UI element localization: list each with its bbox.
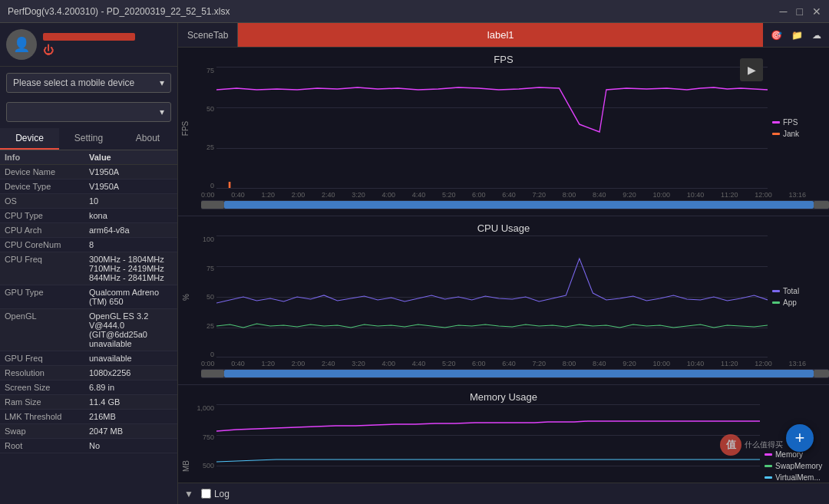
cpu-chart-inner: 100 75 50 25 0 (193, 236, 768, 358)
info-row: CPU Freq 300MHz - 1804MHz710MHz - 2419MH… (0, 252, 177, 285)
fps-legend: FPS Jank (768, 67, 829, 189)
memory-chart-title: Memory Usage (178, 388, 829, 404)
arrow-down-icon[interactable]: ▼ (184, 489, 193, 499)
tabs-bar: Device Setting About (0, 128, 177, 150)
maximize-button[interactable]: □ (797, 5, 803, 18)
right-panel: SceneTab label1 🎯 📁 ☁ ▶ FPS FPS 75 (178, 23, 829, 504)
info-row: CPU Arch arm64-v8a (0, 223, 177, 238)
info-row: Swap 2047 MB (0, 424, 177, 439)
scene-label1: label1 (238, 23, 763, 47)
memory-legend-swap: SwapMemory (765, 462, 824, 470)
svg-rect-0 (229, 182, 231, 188)
watermark-text: 什么值得买 (745, 440, 783, 450)
titlebar-controls: ─ □ ✕ (780, 5, 821, 18)
tab-setting[interactable]: Setting (59, 128, 118, 150)
app-search-bar[interactable]: ▾ (6, 102, 171, 122)
memory-chart-inner: 1,000 750 500 250 0 (193, 404, 760, 483)
profile-area: 👤 ⏻ (0, 23, 177, 67)
scene-bar: SceneTab label1 🎯 📁 ☁ (178, 23, 829, 48)
top-icons: 🎯 📁 ☁ (763, 30, 829, 41)
fps-svg (216, 67, 768, 189)
memory-y-label: MB (178, 404, 193, 483)
titlebar: PerfDog(v3.4.200310) - PD_20200319_22_52… (0, 0, 829, 23)
cpu-y-ticks: 100 75 50 25 0 (193, 236, 216, 358)
cpu-legend: Total App (768, 236, 829, 358)
cpu-chart-container: CPU Usage % 100 75 50 25 0 (178, 216, 829, 385)
memory-legend-virtual: VirtualMem... (765, 473, 824, 482)
fps-chart-wrap: FPS 75 50 25 0 (178, 67, 829, 189)
info-row: OpenGL OpenGL ES 3.2 V@444.0 (GIT@6dd25a… (0, 309, 177, 351)
chevron-down-icon: ▾ (160, 107, 164, 117)
info-row: Ram Size 11.4 GB (0, 395, 177, 410)
folder-icon[interactable]: 📁 (791, 30, 803, 41)
info-row: OS 10 (0, 194, 177, 209)
info-table: Info Value Device Name V1950A Device Typ… (0, 150, 177, 504)
cpu-scrollbar-thumb-right[interactable] (814, 370, 829, 377)
cpu-svg (216, 236, 768, 358)
avatar: 👤 (6, 29, 37, 60)
cpu-scrollbar[interactable] (201, 369, 829, 378)
log-checkbox-input[interactable] (201, 489, 211, 499)
log-checkbox[interactable]: Log (201, 489, 230, 499)
watermark-icon: 值 (720, 434, 741, 456)
scene-tab-label: SceneTab (178, 23, 238, 47)
fps-scrollbar-thumb-right[interactable] (814, 201, 829, 209)
charts-area[interactable]: ▶ FPS FPS 75 50 25 0 (178, 48, 829, 483)
username-bar (43, 33, 135, 41)
tab-about[interactable]: About (118, 128, 177, 150)
fps-y-ticks: 75 50 25 0 (193, 67, 216, 189)
info-row: Screen Size 6.89 in (0, 380, 177, 395)
cloud-icon[interactable]: ☁ (812, 30, 821, 41)
main-layout: 👤 ⏻ Please select a mobile device ▾ ▾ De… (0, 23, 829, 504)
minimize-button[interactable]: ─ (780, 5, 788, 18)
close-button[interactable]: ✕ (812, 5, 821, 18)
fps-chart-inner: 75 50 25 0 (193, 67, 768, 189)
left-panel: 👤 ⏻ Please select a mobile device ▾ ▾ De… (0, 23, 178, 504)
memory-svg (216, 404, 760, 483)
watermark: 值 什么值得买 (720, 434, 783, 456)
info-row: CPU Type kona (0, 209, 177, 223)
log-label: Log (214, 489, 230, 499)
info-row: GPU Freq unavailable (0, 351, 177, 366)
memory-y-ticks: 1,000 750 500 250 0 (193, 404, 216, 483)
info-table-header: Info Value (0, 150, 177, 165)
info-row: Root No (0, 439, 177, 453)
power-icon[interactable]: ⏻ (43, 44, 54, 56)
location-icon[interactable]: 🎯 (771, 30, 782, 41)
cpu-legend-app: App (772, 298, 824, 307)
info-row: Device Type V1950A (0, 180, 177, 194)
info-row: Device Name V1950A (0, 165, 177, 180)
fps-scrollbar[interactable] (201, 200, 829, 209)
info-row: GPU Type Qualcomm Adreno (TM) 650 (0, 285, 177, 309)
tab-device[interactable]: Device (0, 128, 59, 150)
cpu-scrollbar-thumb-left[interactable] (201, 370, 224, 377)
cpu-y-label: % (178, 236, 193, 358)
username-area: ⏻ (43, 33, 171, 56)
device-select-dropdown[interactable]: Please select a mobile device ▾ (6, 73, 171, 93)
fab-button[interactable]: + (786, 424, 814, 452)
info-row: CPU CoreNum 8 (0, 238, 177, 252)
cpu-x-axis: 0:000:401:202:002:403:204:004:405:206:00… (178, 358, 829, 369)
fps-scrollbar-thumb-left[interactable] (201, 201, 224, 209)
titlebar-title: PerfDog(v3.4.200310) - PD_20200319_22_52… (8, 6, 230, 17)
play-button[interactable]: ▶ (740, 58, 763, 81)
cpu-chart-wrap: % 100 75 50 25 0 (178, 236, 829, 358)
info-row: LMK Threshold 216MB (0, 410, 177, 424)
cpu-chart-title: CPU Usage (178, 219, 829, 236)
fps-chart-title: FPS (178, 51, 829, 67)
fps-x-axis: 0:000:401:202:002:403:204:004:405:206:00… (178, 189, 829, 200)
fps-chart-container: FPS FPS 75 50 25 0 (178, 48, 829, 216)
info-row: Resolution 1080x2256 (0, 366, 177, 380)
fps-legend-jank: Jank (772, 130, 824, 138)
cpu-legend-total: Total (772, 287, 824, 295)
chevron-down-icon: ▾ (160, 77, 164, 88)
bottom-bar: ▼ Log (178, 483, 829, 504)
fps-legend-fps: FPS (772, 118, 824, 127)
fps-y-label: FPS (178, 67, 193, 189)
